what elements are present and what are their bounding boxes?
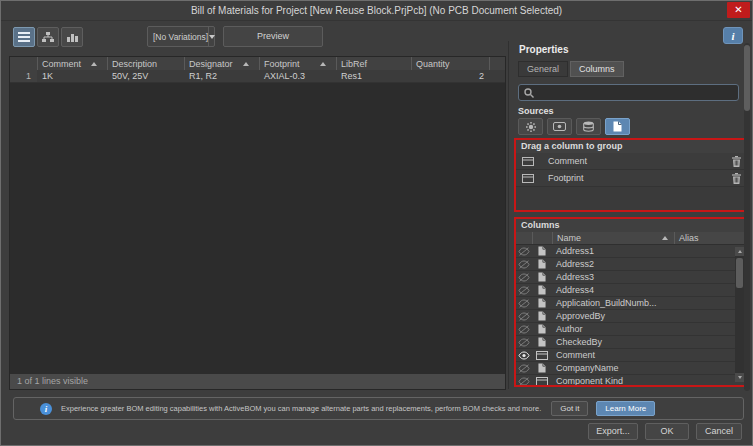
- got-it-button[interactable]: Got it: [551, 401, 588, 416]
- source-vault-button[interactable]: [547, 118, 572, 135]
- group-row[interactable]: Comment: [516, 153, 746, 170]
- dropdown-arrow-button[interactable]: [208, 27, 215, 46]
- tree-view-button[interactable]: [37, 27, 59, 47]
- visibility-toggle[interactable]: [516, 364, 532, 373]
- bar-chart-icon: [67, 32, 78, 42]
- scroll-up-button[interactable]: [735, 247, 744, 256]
- list-view-button[interactable]: [13, 27, 35, 47]
- columns-list-row[interactable]: ApprovedBy: [516, 310, 746, 323]
- column-label: Quantity: [416, 59, 450, 69]
- alias-column-header[interactable]: Alias: [674, 232, 746, 244]
- source-server-button[interactable]: [518, 118, 543, 135]
- document-icon: [538, 298, 546, 308]
- export-button[interactable]: Export...: [588, 423, 638, 440]
- group-row[interactable]: Footprint: [516, 170, 746, 187]
- sort-asc-icon: [243, 62, 249, 66]
- grid-column-header[interactable]: Footprint: [259, 57, 336, 70]
- columns-list-row[interactable]: Component Kind: [516, 375, 746, 385]
- close-button[interactable]: ✕: [727, 2, 750, 18]
- scroll-down-button[interactable]: [735, 373, 744, 382]
- column-name: Address4: [552, 285, 674, 295]
- column-label: Description: [112, 59, 157, 69]
- column-name: Comment: [552, 350, 674, 360]
- columns-list-row[interactable]: CheckedBy: [516, 336, 746, 349]
- columns-list-row[interactable]: Author: [516, 323, 746, 336]
- sort-asc-icon: [91, 62, 97, 66]
- columns-list-row[interactable]: Comment: [516, 349, 746, 362]
- panel-scrollbar[interactable]: [744, 43, 750, 391]
- source-type-icon-cell: [532, 259, 552, 269]
- preview-button[interactable]: Preview: [223, 26, 323, 47]
- chart-view-button[interactable]: [61, 27, 83, 47]
- grid-column-header[interactable]: Designator: [184, 57, 259, 70]
- search-input[interactable]: [534, 86, 738, 99]
- triangle-down-icon: [738, 376, 742, 379]
- panel-scrollbar-thumb[interactable]: [744, 45, 750, 111]
- group-item-label: Comment: [548, 156, 732, 166]
- visibility-toggle[interactable]: [516, 377, 532, 386]
- source-column-header[interactable]: [532, 232, 552, 244]
- columns-list-row[interactable]: Address4: [516, 284, 746, 297]
- group-section-title: Drag a column to group: [516, 140, 746, 153]
- title-bar[interactable]: Bill of Materials for Project [New Reuse…: [1, 1, 752, 21]
- learn-more-button[interactable]: Learn More: [596, 401, 655, 416]
- trash-icon[interactable]: [732, 173, 741, 184]
- name-column-header[interactable]: Name: [552, 232, 674, 244]
- database-icon: [583, 121, 594, 132]
- column-name: Author: [552, 324, 674, 334]
- info-icon: i: [731, 30, 734, 42]
- tab-general[interactable]: General: [518, 61, 568, 77]
- eye-off-icon: [518, 325, 530, 334]
- visibility-toggle[interactable]: [516, 351, 532, 360]
- visibility-toggle[interactable]: [516, 312, 532, 321]
- column-name: Address1: [552, 246, 674, 256]
- columns-list-row[interactable]: Application_BuildNumb...: [516, 297, 746, 310]
- document-icon: [538, 324, 546, 334]
- panel-info-button[interactable]: i: [723, 27, 743, 44]
- tab-columns[interactable]: Columns: [570, 61, 624, 77]
- search-box: [518, 84, 739, 101]
- group-item-label: Footprint: [548, 173, 732, 183]
- columns-list-row[interactable]: CompanyName: [516, 362, 746, 375]
- source-document-button[interactable]: [605, 118, 630, 135]
- eye-off-icon: [518, 247, 530, 256]
- columns-list-row[interactable]: Address3: [516, 271, 746, 284]
- grid-column-header[interactable]: LibRef: [336, 57, 411, 70]
- variations-dropdown[interactable]: [No Variations]: [147, 26, 215, 47]
- source-type-icon-cell: [532, 272, 552, 282]
- document-icon: [538, 337, 546, 347]
- visibility-toggle[interactable]: [516, 260, 532, 269]
- source-buttons: [518, 118, 630, 135]
- bom-grid: Comment Description Designator Footprint…: [9, 56, 506, 390]
- scrollbar-thumb[interactable]: [736, 258, 743, 288]
- column-icon: [522, 174, 534, 183]
- ok-button[interactable]: OK: [645, 423, 689, 440]
- visibility-toggle[interactable]: [516, 247, 532, 256]
- variations-dropdown-value: [No Variations]: [148, 32, 208, 42]
- properties-title: Properties: [519, 44, 568, 55]
- columns-list-scrollbar[interactable]: [735, 247, 744, 382]
- eye-off-icon: [518, 338, 530, 347]
- source-database-button[interactable]: [576, 118, 601, 135]
- columns-list-row[interactable]: Address2: [516, 258, 746, 271]
- column-name: Address2: [552, 259, 674, 269]
- grid-row[interactable]: 11K50V, 25VR1, R2AXIAL-0.3Res12: [10, 70, 505, 83]
- visibility-toggle[interactable]: [516, 299, 532, 308]
- trash-icon[interactable]: [732, 156, 741, 167]
- visibility-column-header[interactable]: [516, 232, 532, 244]
- grid-column-header[interactable]: Quantity: [411, 57, 489, 70]
- visibility-toggle[interactable]: [516, 325, 532, 334]
- visibility-toggle[interactable]: [516, 273, 532, 282]
- visibility-toggle[interactable]: [516, 338, 532, 347]
- grid-column-header[interactable]: Comment: [37, 57, 107, 70]
- activebom-banner: i Experience greater BOM editing capabil…: [13, 397, 744, 420]
- grid-column-header[interactable]: Description: [107, 57, 184, 70]
- columns-list-row[interactable]: Address1: [516, 245, 746, 258]
- info-icon: i: [40, 403, 52, 415]
- cancel-button[interactable]: Cancel: [696, 423, 742, 440]
- bom-dialog: Bill of Materials for Project [New Reuse…: [0, 0, 753, 446]
- dialog-buttons: Export... OK Cancel: [588, 423, 742, 440]
- visibility-toggle[interactable]: [516, 286, 532, 295]
- column-name: Address3: [552, 272, 674, 282]
- column-icon: [536, 377, 548, 386]
